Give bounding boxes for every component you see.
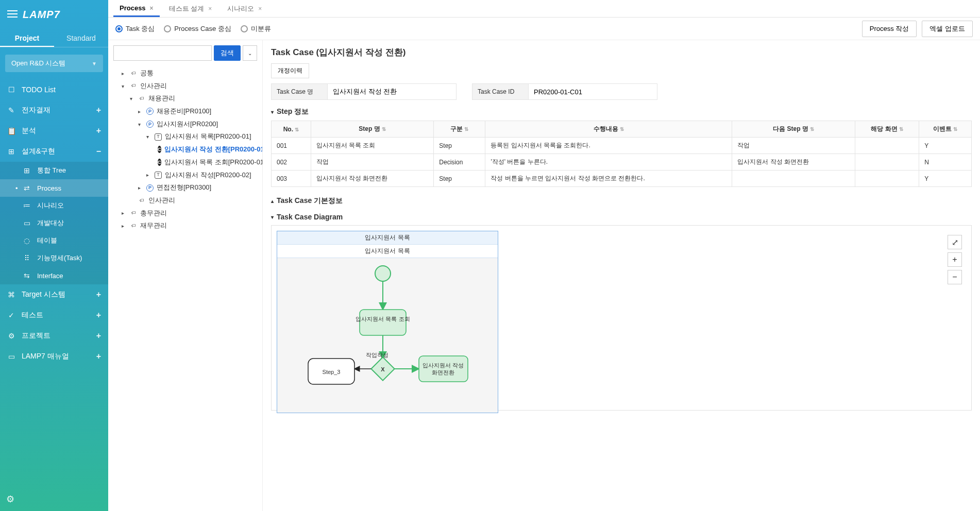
tree-node[interactable]: C입사지원서 목록 조회[PR0200-01-C02]: [155, 156, 257, 169]
expand-icon[interactable]: +: [96, 106, 101, 115]
tab-test-design[interactable]: 테스트 설계×: [163, 0, 218, 17]
start-node-icon[interactable]: [375, 266, 391, 281]
section-diagram-header[interactable]: ▾Task Case Diagram: [271, 213, 972, 221]
expand-icon[interactable]: +: [96, 126, 101, 135]
nav-sub-process[interactable]: ⇄Process: [0, 179, 108, 197]
nav-sub-tree[interactable]: ⊞통합 Tree: [0, 162, 108, 179]
tree-node-selected[interactable]: C입사지원서 작성 전환[PR0200-01-C01]: [155, 143, 257, 156]
close-icon[interactable]: ×: [150, 5, 154, 12]
th-no[interactable]: No.⇅: [272, 121, 311, 138]
tree-node[interactable]: ▸T입사지원서 작성[PR0200-02]: [146, 169, 257, 182]
diagram-zoom-out-button[interactable]: −: [948, 270, 962, 284]
diagram-canvas[interactable]: ⤢ + − 입사지원서 목록 입사지원서 목록: [271, 225, 972, 411]
tree-label: 채용준비[PR0100]: [157, 105, 211, 118]
th-content[interactable]: 수행내용⇅: [485, 121, 732, 138]
scenario-icon: ≔: [23, 201, 31, 210]
tree-label: 입사지원서 목록[PR0200-01]: [165, 130, 251, 143]
process-create-button[interactable]: Process 작성: [862, 21, 917, 37]
settings-icon[interactable]: ⚙: [6, 494, 14, 504]
tree-label: 입사지원서[PR0200]: [157, 118, 218, 131]
nav-targetsys[interactable]: ⌘Target 시스템+: [0, 284, 108, 305]
collapse-icon[interactable]: −: [96, 147, 101, 156]
menu-toggle-icon[interactable]: [7, 10, 18, 19]
sidebar-tab-standard[interactable]: Standard: [54, 29, 108, 47]
tab-process[interactable]: Process×: [113, 0, 160, 17]
tree-node[interactable]: ▸P면접전형[PR0300]: [138, 181, 257, 194]
nav-approval[interactable]: ✎전자결재+: [0, 100, 108, 121]
manual-icon: ▭: [7, 352, 15, 361]
tree-node[interactable]: ▾P입사지원서[PR0200]: [138, 118, 257, 131]
sort-icon: ⇅: [899, 126, 903, 132]
close-icon[interactable]: ×: [208, 5, 212, 12]
nav-todo[interactable]: ☐TODO List: [0, 79, 108, 100]
th-screen[interactable]: 해당 화면⇅: [855, 121, 919, 138]
th-name[interactable]: Step 명⇅: [311, 121, 434, 138]
search-options-dropdown[interactable]: ⌄: [243, 45, 257, 61]
radio-process-case[interactable]: Process Case 중심: [164, 24, 231, 33]
tree-search-input[interactable]: [113, 45, 212, 61]
section-step-header[interactable]: ▾Step 정보: [271, 107, 972, 116]
close-icon[interactable]: ×: [258, 5, 262, 12]
field-input-id[interactable]: [529, 83, 657, 100]
search-button[interactable]: 검색: [214, 45, 241, 61]
excel-upload-button[interactable]: 엑셀 업로드: [922, 21, 973, 37]
tree-node[interactable]: ▾T입사지원서 목록[PR0200-01]: [146, 130, 257, 143]
tab-scenario[interactable]: 시나리오×: [221, 0, 268, 17]
tree-node[interactable]: ▾🏷채용관리: [130, 92, 257, 105]
section-basic-header[interactable]: ▴Task Case 기본정보: [271, 196, 972, 206]
nav-sub-devtarget[interactable]: ▭개발대상: [0, 214, 108, 232]
folder-icon: 🏷: [130, 223, 137, 230]
tree-label: 입사지원서 작성 전환[PR0200-01-C01]: [164, 143, 263, 156]
table-row[interactable]: 001입사지원서 목록 조회Step등록된 입사지원서 목록을 조회한다.작업Y: [272, 138, 972, 154]
tree-label: 채용관리: [148, 92, 175, 105]
revision-history-button[interactable]: 개정이력: [271, 63, 309, 78]
nav-test[interactable]: ✓테스트+: [0, 305, 108, 326]
nav-project[interactable]: ⚙프로젝트+: [0, 326, 108, 346]
target-icon: ▭: [23, 219, 31, 227]
nav-sub-label: 개발대상: [37, 218, 64, 228]
nav-analysis[interactable]: 📋분석+: [0, 121, 108, 141]
design-icon: ⊞: [7, 147, 15, 156]
radio-uncategorized[interactable]: 미분류: [241, 24, 271, 33]
diagram-zoom-in-button[interactable]: +: [948, 252, 962, 267]
nav-design[interactable]: ⊞설계&구현−: [0, 141, 108, 162]
table-row[interactable]: 002작업Decision'작성' 버튼을 누른다.입사지원서 작성 화면전환N: [272, 154, 972, 171]
th-event[interactable]: 이벤트⇅: [919, 121, 972, 138]
tree-node[interactable]: ▸🏷총무관리: [122, 207, 257, 220]
expand-icon[interactable]: +: [96, 311, 101, 320]
expand-icon[interactable]: +: [96, 290, 101, 299]
table-cell: 001: [272, 138, 311, 154]
step-node[interactable]: [360, 310, 406, 335]
node-label: 화면전환: [432, 369, 454, 376]
tree-node[interactable]: ▸🏷재무관리: [122, 219, 257, 232]
nav-sub-interface[interactable]: ⇆Interface: [0, 267, 108, 284]
project-selector[interactable]: Open R&D 시스템 ▼: [5, 55, 103, 72]
brand-logo: LAMP7: [23, 9, 60, 21]
step-node[interactable]: [419, 356, 468, 382]
tree-node[interactable]: ▸🏷공통: [122, 67, 257, 80]
chevron-down-icon: ⌄: [248, 50, 252, 56]
nav-analysis-label: 분석: [22, 126, 36, 135]
expand-icon[interactable]: +: [96, 331, 101, 340]
tree-label: 공통: [140, 67, 154, 80]
tree-node[interactable]: 🏷인사관리: [130, 194, 257, 207]
th-next[interactable]: 다음 Step 명⇅: [732, 121, 855, 138]
table-row[interactable]: 003입사지원서 작성 화면전환Step작성 버튼을 누르면 입사지원서 작성 …: [272, 171, 972, 187]
diagram-fit-button[interactable]: ⤢: [948, 235, 962, 249]
lane-subtitle: 입사지원서 목록: [277, 245, 498, 258]
tree-node[interactable]: ▾🏷인사관리: [122, 80, 257, 93]
tree-label: 인사관리: [140, 80, 167, 93]
tree-node[interactable]: ▸P채용준비[PR0100]: [138, 105, 257, 118]
th-type[interactable]: 구분⇅: [434, 121, 485, 138]
folder-icon: 🏷: [130, 82, 137, 90]
decision-node[interactable]: X: [371, 357, 394, 380]
nav-sub-scenario[interactable]: ≔시나리오: [0, 197, 108, 214]
nav-sub-taskspec[interactable]: ⠿기능명세(Task): [0, 249, 108, 267]
field-input-name[interactable]: [328, 83, 457, 100]
expand-icon[interactable]: +: [96, 352, 101, 361]
nav-manual[interactable]: ▭LAMP7 매뉴얼+: [0, 346, 108, 367]
spec-icon: ⠿: [23, 254, 31, 262]
sidebar-tab-project[interactable]: Project: [0, 29, 54, 47]
radio-task[interactable]: Task 중심: [115, 24, 155, 33]
nav-sub-table[interactable]: ◌테이블: [0, 232, 108, 249]
